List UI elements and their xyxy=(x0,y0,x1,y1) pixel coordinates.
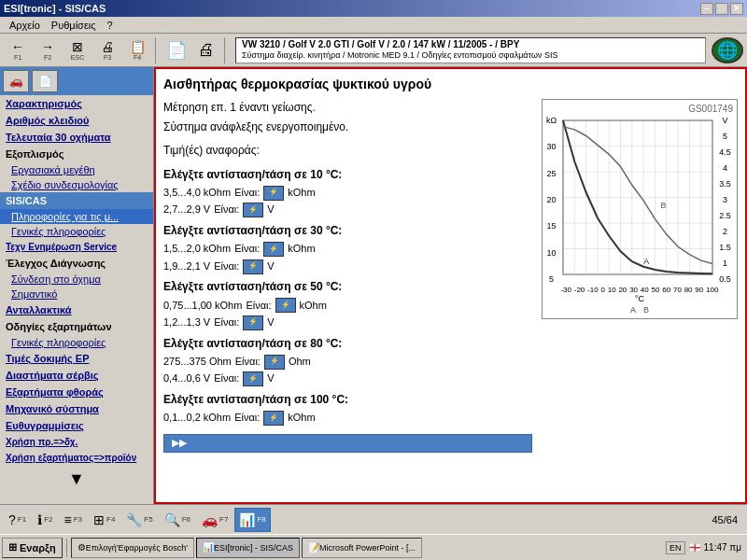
globe-button[interactable]: 🌐 xyxy=(712,37,743,63)
clock-area: EN 🏴󠁧󠁢󠁥󠁮󠁧󠁿 11:47 πμ xyxy=(662,541,745,554)
doc-button[interactable]: 📄 xyxy=(162,37,190,63)
y-left-30: 30 xyxy=(547,142,557,151)
sidebar-section-service-intervals[interactable]: Διαστήματα σέρβις xyxy=(0,367,153,384)
graph-canvas xyxy=(558,116,717,284)
multimeter-icon-4a[interactable]: ⚡ xyxy=(264,355,285,370)
esc-button[interactable]: ⊠ ESC xyxy=(63,37,92,63)
bottom-btn-f3[interactable]: ≡ F3 xyxy=(59,508,87,532)
taskbar-esi-label: ESI[tronic] - SIS/CAS xyxy=(214,543,293,553)
y-right-4-5: 4.5 xyxy=(719,147,731,157)
forward-button[interactable]: → F2 xyxy=(34,37,62,63)
y-right-1-5: 1.5 xyxy=(719,243,731,252)
sidebar-item-important[interactable]: Σημαντικό xyxy=(0,287,153,301)
sidebar-section-wear-parts[interactable]: Εξαρτήματα φθοράς xyxy=(0,384,153,400)
start-button[interactable]: ⊞ Εναρξη xyxy=(2,538,63,558)
maximize-button[interactable]: □ xyxy=(715,3,728,15)
bosch-icon: ⚙ xyxy=(78,542,86,553)
nav-forward-btn[interactable]: ▶▶ xyxy=(163,434,532,453)
sidebar-item-connect-vehicle[interactable]: Σύνδεση στο όχημα xyxy=(0,272,153,287)
sidebar-section-mechanical[interactable]: Μηχανικό σύστημα xyxy=(0,400,153,417)
multimeter-icon-1b[interactable]: ⚡ xyxy=(243,203,263,217)
bottom-toolbar: ? F1 ℹ F2 ≡ F3 ⊞ F4 🔧 F5 🔍 F6 🚗 F7 📊 F8 … xyxy=(0,504,747,534)
sidebar-doc-btn[interactable]: 📄 xyxy=(32,70,58,92)
menu-settings[interactable]: Ρυθμίσεις xyxy=(46,18,102,33)
bottom-btn-f8[interactable]: 📊 F8 xyxy=(234,508,270,532)
menu-help[interactable]: ? xyxy=(102,18,119,33)
measure-unit-4a: Ohm xyxy=(289,354,317,371)
bottom-btn-f6[interactable]: 🔍 F6 xyxy=(160,508,195,532)
sidebar-section-use-part[interactable]: Χρήση εξαρτήματος=>προϊόν xyxy=(0,450,153,466)
sidebar-add-button[interactable]: ▼ xyxy=(0,466,153,493)
multimeter-icon-4b[interactable]: ⚡ xyxy=(243,371,263,386)
sidebar-section-diagnostics: Έλεγχος Διάγνωσης xyxy=(0,255,153,272)
minimize-button[interactable]: − xyxy=(700,3,713,15)
sidebar-car-btn[interactable]: 🚗 xyxy=(3,70,29,92)
curve-b-label: B xyxy=(643,305,649,315)
sidebar-item-general-info[interactable]: Γενικές πληροφορίες xyxy=(0,224,153,239)
sidebar-section-parts[interactable]: Ανταλλακτικά xyxy=(0,301,153,318)
multimeter-icon-3b[interactable]: ⚡ xyxy=(243,315,263,330)
y-right-3-5: 3.5 xyxy=(719,179,731,189)
measure-is-5a: Είναι: xyxy=(234,410,260,427)
measure-row-4b: 0,4...0,6 V Είναι: ⚡ V xyxy=(163,371,532,387)
multimeter-icon-1a[interactable]: ⚡ xyxy=(263,186,284,201)
f3-button[interactable]: 🖨 F3 xyxy=(93,37,121,63)
y-right-label: V xyxy=(722,116,727,125)
multimeter-icon-2b[interactable]: ⚡ xyxy=(243,259,263,274)
taskbar-item-powerpoint[interactable]: 📝 Microsoft PowerPoint - [... xyxy=(302,538,422,558)
sidebar-item-info-m[interactable]: Πληροφορίες για τις μ... xyxy=(0,209,153,224)
chart-icon: 📊 xyxy=(239,512,255,527)
y-right-2-5: 2.5 xyxy=(719,211,731,220)
measure-unit-1a: kOhm xyxy=(288,185,316,202)
title-bar-buttons[interactable]: − □ ✕ xyxy=(700,3,743,15)
f6-label: F6 xyxy=(182,515,190,524)
measure-is-4b: Είναι: xyxy=(214,371,239,387)
sidebar-item-wiring[interactable]: Σχέδιο συνδεσμολογίας xyxy=(0,177,153,192)
measure-is-3a: Είναι: xyxy=(246,298,271,315)
sidebar-section-test-values[interactable]: Τιμές δοκιμής ΕΡ xyxy=(0,350,153,367)
taskbar-item-bosch[interactable]: ⚙ Επιλογή'Εφαρμογές Bosch' xyxy=(71,538,194,558)
multimeter-icon-2a[interactable]: ⚡ xyxy=(263,242,284,257)
multimeter-icon-5a[interactable]: ⚡ xyxy=(263,411,284,426)
sidebar-item-general-info2[interactable]: Γενικές πληροφορίες xyxy=(0,335,153,350)
multimeter-icon-3a[interactable]: ⚡ xyxy=(275,298,296,313)
y-right-2: 2 xyxy=(723,227,727,236)
f4-button[interactable]: 📋 F4 xyxy=(123,37,151,63)
close-button[interactable]: ✕ xyxy=(730,3,743,15)
sidebar-section-last30[interactable]: Τελευταία 30 οχήματα xyxy=(0,129,153,146)
sidebar-section-alignment[interactable]: Ευθυγραμμίσεις xyxy=(0,417,153,434)
taskbar-bosch-label: Επιλογή'Εφαρμογές Bosch' xyxy=(86,543,188,553)
back-button[interactable]: ← F1 xyxy=(4,37,32,63)
measure-is-1b: Είναι: xyxy=(214,202,239,218)
sidebar: 🚗 📄 Χαρακτηρισμός Αριθμός κλειδιού Τελευ… xyxy=(0,67,154,504)
taskbar-item-esitronic[interactable]: 📊 ESI[tronic] - SIS/CAS xyxy=(196,538,300,558)
menu-bar: Αρχείο Ρυθμίσεις ? xyxy=(0,17,747,34)
content-area: Αισθητήρας θερμοκρασίας ψυκτικού υγρού Μ… xyxy=(154,67,747,504)
measure-unit-2a: kOhm xyxy=(288,241,316,258)
bottom-btn-f5[interactable]: 🔧 F5 xyxy=(121,508,157,532)
measure-is-1a: Είναι: xyxy=(234,185,260,202)
measure-val-4b: 0,4...0,6 V xyxy=(163,371,210,387)
sidebar-section-use-to[interactable]: Χρήση πρ.=>δχ. xyxy=(0,434,153,450)
sidebar-section-tech-update[interactable]: Τεχν Ενημέρωση Service xyxy=(0,239,153,255)
bottom-btn-f7[interactable]: 🚗 F7 xyxy=(197,508,233,532)
wrench-icon: 🔧 xyxy=(126,512,142,527)
graph-area: kΩ 30 25 20 15 10 5 V 5 4.5 xyxy=(546,116,733,284)
text-section: Μέτρηση επ. 1 έναντι γείωσης. Σύστημα αν… xyxy=(163,99,532,453)
menu-file[interactable]: Αρχείο xyxy=(4,18,46,33)
language-badge: EN xyxy=(666,541,685,554)
line3: Τιμή(ές) αναφοράς: xyxy=(163,142,532,160)
bottom-btn-f4[interactable]: ⊞ F4 xyxy=(89,508,120,532)
y-left-20: 20 xyxy=(547,195,557,204)
taskbar: ⊞ Εναρξη ⚙ Επιλογή'Εφαρμογές Bosch' 📊 ES… xyxy=(0,534,747,560)
sidebar-item-work-sizes[interactable]: Εργασιακά μεγέθη xyxy=(0,162,153,177)
sidebar-section-keynum[interactable]: Αριθμός κλειδιού xyxy=(0,112,153,129)
f4-label: F4 xyxy=(106,515,115,524)
bottom-btn-f2[interactable]: ℹ F2 xyxy=(33,508,57,532)
sidebar-section-characteristics[interactable]: Χαρακτηρισμός xyxy=(0,95,153,112)
main-content: 🚗 📄 Χαρακτηρισμός Αριθμός κλειδιού Τελευ… xyxy=(0,67,747,504)
vehicle-info: VW 3210 / Golf V 2.0 GTI / Golf V / 2.0 … xyxy=(235,37,706,63)
measure-val-1a: 3,5...4,0 kOhm xyxy=(163,185,231,202)
print-button[interactable]: 🖨 xyxy=(192,37,220,63)
bottom-btn-f1[interactable]: ? F1 xyxy=(4,508,31,532)
